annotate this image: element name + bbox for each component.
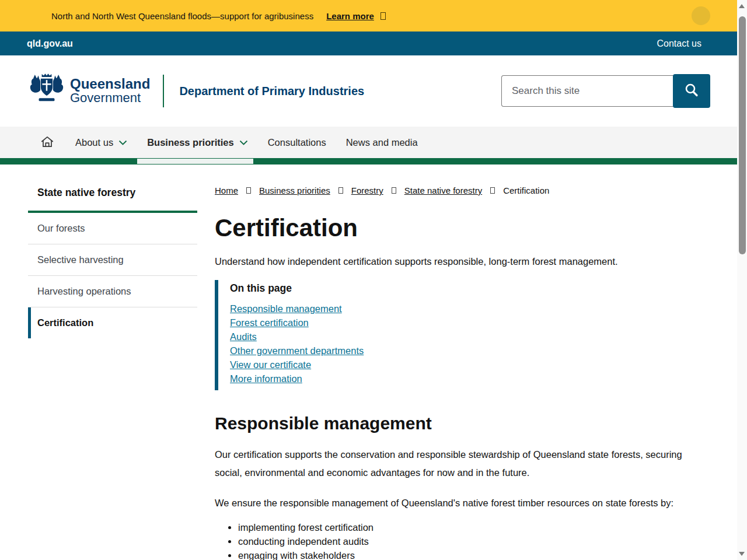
home-nav-button[interactable] (40, 134, 55, 151)
scroll-up-arrow-icon[interactable] (739, 4, 745, 8)
sidebar-item-our-forests[interactable]: Our forests (28, 213, 197, 244)
page-body: State native forestry Our forests Select… (0, 164, 747, 560)
breadcrumb-forestry[interactable]: Forestry (351, 186, 383, 195)
banner-close-button[interactable] (692, 6, 710, 25)
nav-accent-bar (0, 158, 747, 164)
department-title-link[interactable]: Department of Primary Industries (179, 85, 364, 98)
nav-item-about-us[interactable]: About us (75, 137, 127, 148)
toc-link-more-information[interactable]: More information (230, 372, 302, 386)
search-icon (683, 82, 700, 100)
on-this-page-title: On this page (230, 282, 698, 295)
toc-link-forest-certification[interactable]: Forest certification (230, 316, 309, 330)
on-this-page-box: On this page Responsible management Fore… (215, 280, 698, 390)
breadcrumb-separator-icon (490, 187, 495, 194)
section-heading: Responsible management (215, 414, 698, 433)
site-search (501, 74, 710, 108)
breadcrumb-separator-icon (338, 187, 343, 194)
nav-item-consultations[interactable]: Consultations (268, 137, 326, 148)
section-bullet-list: implementing forest certification conduc… (215, 520, 698, 560)
logo-line-1: Queensland (70, 77, 150, 92)
nav-item-business-priorities[interactable]: Business priorities (147, 137, 248, 148)
page-intro: Understand how independent certification… (215, 256, 698, 267)
site-header: Queensland Government Department of Prim… (0, 55, 747, 127)
learn-more-link[interactable]: Learn more (326, 11, 374, 21)
section-paragraph-2: We ensure the responsible management of … (215, 494, 698, 512)
breadcrumb: Home Business priorities Forestry State … (215, 186, 698, 195)
qld-gov-au-link[interactable]: qld.gov.au (27, 38, 73, 49)
search-button[interactable] (673, 74, 710, 108)
vertical-scrollbar[interactable] (737, 0, 747, 560)
toc-link-audits[interactable]: Audits (230, 330, 257, 344)
alert-banner: North and North West Queensland floods—s… (0, 0, 747, 32)
nav-item-label: News and media (346, 137, 418, 148)
main-nav: About us Business priorities Consultatio… (0, 127, 747, 158)
search-input[interactable] (501, 75, 674, 107)
bullet-item: conducting independent audits (238, 534, 698, 548)
breadcrumb-state-native-forestry[interactable]: State native forestry (404, 186, 482, 195)
top-bar: qld.gov.au Contact us (0, 32, 747, 55)
nav-item-label: About us (75, 137, 113, 148)
sidebar-item-certification[interactable]: Certification (28, 307, 197, 338)
bullet-item: implementing forest certification (238, 520, 698, 534)
nav-item-label: Consultations (268, 137, 326, 148)
logo-line-2: Government (70, 92, 150, 105)
scroll-down-arrow-icon[interactable] (739, 552, 745, 556)
header-divider (163, 75, 164, 107)
alert-banner-text: North and North West Queensland floods—s… (51, 11, 313, 21)
section-paragraph-1: Our certification supports the conservat… (215, 446, 698, 482)
toc-link-responsible-management[interactable]: Responsible management (230, 302, 342, 316)
contact-us-link[interactable]: Contact us (657, 38, 701, 49)
sidebar-title: State native forestry (28, 187, 197, 213)
home-icon (40, 134, 55, 151)
toc-link-view-our-certificate[interactable]: View our certificate (230, 358, 311, 372)
nav-item-news-and-media[interactable]: News and media (346, 137, 418, 148)
bullet-item: engaging with stakeholders (238, 548, 698, 560)
external-link-icon (381, 12, 386, 20)
page-title: Certification (215, 214, 698, 242)
coat-of-arms-icon (28, 72, 65, 110)
logo-wordmark: Queensland Government (70, 77, 150, 105)
breadcrumb-separator-icon (392, 187, 396, 194)
nav-item-label: Business priorities (147, 137, 234, 148)
sidebar-item-selective-harvesting[interactable]: Selective harvesting (28, 244, 197, 276)
nav-active-indicator (137, 159, 253, 164)
breadcrumb-separator-icon (246, 187, 251, 194)
main-content: Home Business priorities Forestry State … (215, 186, 698, 560)
breadcrumb-current: Certification (503, 186, 549, 195)
toc-link-other-government-departments[interactable]: Other government departments (230, 344, 364, 358)
breadcrumb-home[interactable]: Home (215, 186, 238, 195)
chevron-down-icon (239, 137, 248, 148)
sidebar-item-harvesting-operations[interactable]: Harvesting operations (28, 276, 197, 307)
chevron-down-icon (118, 137, 127, 148)
section-sidebar: State native forestry Our forests Select… (28, 187, 197, 338)
qld-government-logo[interactable]: Queensland Government (28, 72, 150, 110)
scrollbar-thumb[interactable] (739, 16, 746, 254)
breadcrumb-business-priorities[interactable]: Business priorities (259, 186, 330, 195)
